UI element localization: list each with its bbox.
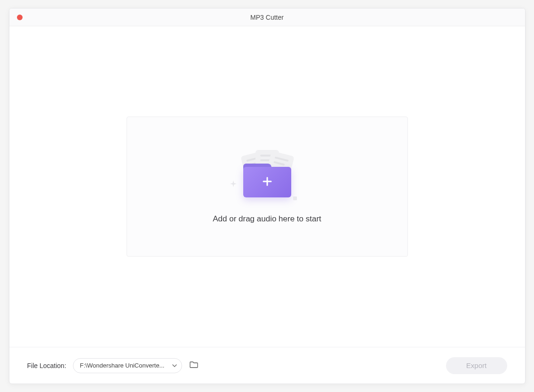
app-window: MP3 Cutter bbox=[9, 8, 526, 384]
chevron-down-icon bbox=[172, 361, 177, 370]
export-button[interactable]: Export bbox=[446, 357, 507, 374]
file-location-dropdown[interactable]: F:\Wondershare UniConverte... bbox=[73, 358, 182, 373]
export-button-label: Export bbox=[466, 361, 486, 369]
titlebar: MP3 Cutter bbox=[9, 8, 525, 26]
window-title: MP3 Cutter bbox=[9, 14, 525, 21]
dropzone-prompt: Add or drag audio here to start bbox=[213, 214, 321, 224]
folder-add-illustration bbox=[227, 149, 307, 201]
folder-icon bbox=[189, 360, 199, 371]
plus-icon bbox=[262, 176, 272, 189]
close-window-button[interactable] bbox=[17, 15, 23, 20]
main-area: Add or drag audio here to start bbox=[9, 26, 525, 347]
sparkle-icon bbox=[230, 180, 237, 187]
open-folder-button[interactable] bbox=[189, 361, 199, 371]
add-audio-dropzone[interactable]: Add or drag audio here to start bbox=[127, 117, 408, 257]
file-location-path: F:\Wondershare UniConverte... bbox=[80, 362, 172, 369]
file-location-label: File Location: bbox=[27, 362, 66, 369]
folder-plus-icon bbox=[243, 164, 291, 197]
sparkle-icon bbox=[293, 196, 297, 200]
footer-bar: File Location: F:\Wondershare UniConvert… bbox=[9, 347, 525, 384]
